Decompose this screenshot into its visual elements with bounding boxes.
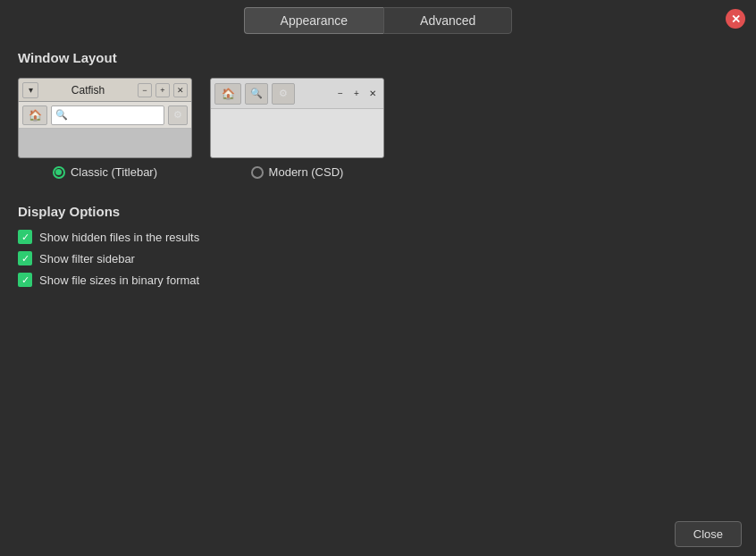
modern-radio-button[interactable] bbox=[251, 166, 264, 179]
classic-label-text: Classic (Titlebar) bbox=[71, 165, 157, 179]
modern-search-icon: 🔍 bbox=[245, 83, 268, 105]
classic-preview: ▾ Catfish − + ✕ 🏠 🔍 ⚙ bbox=[18, 78, 192, 158]
modern-window-buttons: − + ✕ bbox=[333, 87, 380, 101]
checkbox-filter-sidebar[interactable]: ✓ Show filter sidebar bbox=[18, 251, 738, 265]
display-options-title: Display Options bbox=[18, 204, 738, 219]
tab-bar: Appearance Advanced bbox=[0, 0, 756, 41]
classic-close-btn: ✕ bbox=[173, 83, 188, 97]
window-layout-title: Window Layout bbox=[18, 50, 738, 65]
classic-search-icon: 🔍 bbox=[55, 109, 68, 121]
checkbox-filter-sidebar-icon: ✓ bbox=[18, 251, 32, 265]
modern-maximize-btn: + bbox=[349, 87, 364, 101]
classic-gear-icon: ⚙ bbox=[168, 105, 188, 125]
main-content: Window Layout ▾ Catfish − + ✕ 🏠 🔍 ⚙ bbox=[0, 41, 756, 303]
modern-gear-icon: ⚙ bbox=[272, 83, 295, 105]
checkbox-hidden-files-label: Show hidden files in the results bbox=[39, 231, 199, 244]
close-button[interactable]: Close bbox=[675, 521, 742, 547]
modern-preview: 🏠 🔍 ⚙ − + ✕ bbox=[210, 78, 384, 158]
classic-minimize-btn: − bbox=[138, 83, 152, 97]
modern-radio-label[interactable]: Modern (CSD) bbox=[251, 165, 344, 179]
modern-minimize-btn: − bbox=[333, 87, 348, 101]
classic-dropdown-arrow: ▾ bbox=[22, 82, 38, 98]
checkbox-binary-sizes-label: Show file sizes in binary format bbox=[39, 274, 199, 287]
classic-radio-button[interactable] bbox=[53, 166, 65, 179]
classic-search-box: 🔍 bbox=[51, 105, 164, 125]
modern-home-icon: 🏠 bbox=[214, 83, 241, 105]
modern-label-text: Modern (CSD) bbox=[269, 165, 344, 179]
modern-close-btn: ✕ bbox=[365, 87, 380, 101]
modern-layout-option[interactable]: 🏠 🔍 ⚙ − + ✕ Modern (CSD) bbox=[210, 78, 384, 179]
checkbox-hidden-files-icon: ✓ bbox=[18, 230, 32, 244]
checkbox-binary-sizes-icon: ✓ bbox=[18, 273, 32, 287]
close-x-button[interactable]: ✕ bbox=[726, 9, 745, 29]
classic-window-title: Catfish bbox=[42, 84, 134, 97]
classic-titlebar: ▾ Catfish − + ✕ bbox=[19, 79, 191, 102]
checkbox-filter-sidebar-label: Show filter sidebar bbox=[39, 252, 135, 265]
bottom-bar: Close bbox=[660, 512, 756, 556]
checkbox-hidden-files[interactable]: ✓ Show hidden files in the results bbox=[18, 230, 738, 244]
tab-advanced[interactable]: Advanced bbox=[383, 7, 512, 34]
tab-appearance[interactable]: Appearance bbox=[244, 7, 384, 34]
classic-toolbar: 🏠 🔍 ⚙ bbox=[19, 102, 191, 129]
modern-toolbar: 🏠 🔍 ⚙ − + ✕ bbox=[211, 79, 383, 109]
modern-body bbox=[211, 109, 383, 158]
layout-options: ▾ Catfish − + ✕ 🏠 🔍 ⚙ Classic (Titlebar) bbox=[18, 78, 738, 179]
classic-radio-label[interactable]: Classic (Titlebar) bbox=[53, 165, 157, 179]
classic-home-icon: 🏠 bbox=[22, 105, 47, 125]
classic-maximize-btn: + bbox=[155, 83, 170, 97]
classic-layout-option[interactable]: ▾ Catfish − + ✕ 🏠 🔍 ⚙ Classic (Titlebar) bbox=[18, 78, 192, 179]
checkbox-binary-sizes[interactable]: ✓ Show file sizes in binary format bbox=[18, 273, 738, 287]
